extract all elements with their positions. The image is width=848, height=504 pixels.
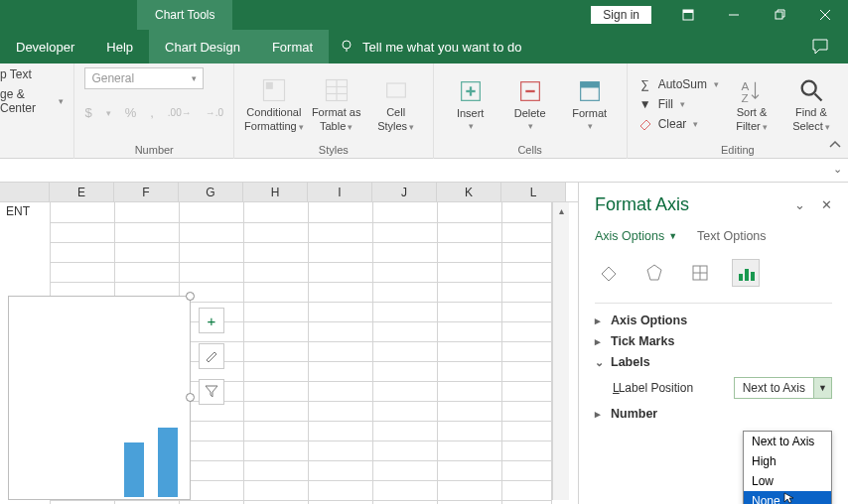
column-header[interactable]: I: [308, 183, 372, 201]
collapse-ribbon-button[interactable]: [828, 136, 842, 154]
plus-icon: +: [208, 313, 216, 329]
column-header[interactable]: G: [179, 183, 243, 201]
comma-format-button[interactable]: ,: [150, 105, 154, 120]
labels-section[interactable]: ⌄Labels: [595, 355, 832, 369]
svg-line-25: [815, 94, 822, 101]
column-header[interactable]: K: [437, 183, 501, 201]
find-select-button[interactable]: Find & Select▾: [784, 76, 838, 132]
chart-filters-button[interactable]: [199, 379, 224, 405]
column-header[interactable]: J: [372, 183, 437, 201]
svg-rect-1: [683, 10, 693, 13]
comments-button[interactable]: [800, 30, 840, 63]
dropdown-item-low[interactable]: Low: [744, 471, 831, 491]
svg-rect-21: [580, 82, 599, 88]
chart-tools-contextual-tab: Chart Tools: [137, 0, 232, 30]
svg-rect-32: [751, 272, 755, 281]
accounting-format-button[interactable]: $: [84, 105, 91, 120]
minimize-button[interactable]: [711, 0, 757, 30]
format-as-table-button[interactable]: Format as Table▾: [310, 76, 363, 132]
tab-chart-design[interactable]: Chart Design: [149, 30, 256, 63]
signin-button[interactable]: Sign in: [591, 6, 651, 24]
column-header[interactable]: F: [114, 183, 179, 201]
filter-icon: [204, 383, 219, 402]
number-group-label: Number: [135, 144, 174, 159]
insert-cells-button[interactable]: Insert▾: [444, 77, 497, 131]
cells-group-label: Cells: [517, 144, 541, 159]
axis-options-icon[interactable]: [732, 259, 760, 287]
svg-rect-14: [386, 83, 405, 97]
decrease-decimal-button[interactable]: →.0: [206, 107, 223, 118]
chevron-down-icon: ▼: [813, 378, 831, 398]
label-position-label: LLabel Position: [613, 381, 693, 395]
clear-button[interactable]: Clear▾: [637, 116, 719, 132]
effects-icon[interactable]: [640, 259, 668, 287]
number-section[interactable]: ▸Number: [595, 407, 832, 421]
format-cells-button[interactable]: Format▾: [563, 77, 617, 131]
svg-rect-30: [739, 274, 743, 281]
text-options-tab[interactable]: Text Options: [697, 229, 766, 243]
tick-marks-section[interactable]: ▸Tick Marks: [595, 334, 832, 348]
label-position-combo[interactable]: Next to Axis ▼: [734, 377, 832, 399]
sigma-icon: ∑: [637, 76, 653, 92]
search-icon: [797, 76, 825, 104]
chart-elements-button[interactable]: +: [199, 308, 224, 333]
delete-cells-button[interactable]: Delete▾: [503, 77, 557, 131]
svg-rect-3: [776, 12, 782, 19]
column-header[interactable]: L: [501, 183, 566, 201]
fill-down-icon: ▼: [637, 96, 653, 112]
brush-icon: [204, 347, 219, 366]
pane-options-button[interactable]: ⌄: [794, 197, 805, 212]
editing-group-label: Editing: [721, 144, 755, 159]
tab-format[interactable]: Format: [256, 30, 329, 63]
cursor-icon: [783, 492, 795, 504]
conditional-formatting-button[interactable]: Conditional Formatting▾: [244, 76, 304, 132]
tell-me-search[interactable]: Tell me what you want to do: [329, 30, 531, 63]
tab-developer[interactable]: Developer: [0, 30, 90, 63]
dropdown-item-high[interactable]: High: [744, 451, 831, 471]
cell-styles-button[interactable]: Cell Styles▾: [369, 76, 423, 132]
select-all-corner[interactable]: [0, 183, 50, 201]
lightbulb-icon: [339, 39, 354, 55]
size-properties-icon[interactable]: [686, 259, 714, 287]
pane-close-button[interactable]: ✕: [821, 197, 832, 212]
dropdown-item-none[interactable]: None: [744, 491, 831, 504]
percent-format-button[interactable]: %: [125, 105, 137, 120]
axis-options-tab[interactable]: Axis Options▼: [595, 229, 677, 243]
svg-rect-31: [745, 269, 749, 281]
dropdown-item-next-to-axis[interactable]: Next to Axis: [744, 432, 831, 451]
format-axis-pane: Format Axis ⌄ ✕ Axis Options▼ Text Optio…: [578, 183, 848, 504]
fill-button[interactable]: ▼Fill▾: [637, 96, 719, 112]
ribbon-display-options-button[interactable]: [665, 0, 711, 30]
increase-decimal-button[interactable]: .00→: [168, 107, 192, 118]
chart-styles-button[interactable]: [199, 343, 224, 369]
svg-point-24: [802, 81, 816, 95]
svg-marker-26: [647, 265, 661, 280]
fill-line-icon[interactable]: [595, 259, 623, 287]
axis-options-section[interactable]: ▸Axis Options: [595, 314, 832, 327]
svg-point-6: [343, 41, 351, 49]
autosum-button[interactable]: ∑AutoSum▾: [637, 76, 719, 92]
embedded-chart[interactable]: [8, 296, 191, 500]
restore-button[interactable]: [757, 0, 802, 30]
close-button[interactable]: [802, 0, 848, 30]
column-header[interactable]: H: [243, 183, 308, 201]
styles-group-label: Styles: [319, 144, 349, 159]
pane-title: Format Axis: [595, 194, 689, 215]
eraser-icon: [637, 116, 653, 132]
cell-content: ENT: [2, 203, 34, 219]
label-position-dropdown: Next to Axis High Low None: [743, 431, 832, 504]
number-format-combo[interactable]: General▾: [84, 67, 204, 89]
tab-help[interactable]: Help: [90, 30, 149, 63]
svg-text:Z: Z: [742, 91, 749, 104]
sort-filter-button[interactable]: AZ Sort & Filter▾: [725, 76, 778, 132]
svg-rect-9: [266, 82, 273, 89]
formula-bar-expand[interactable]: ⌄: [833, 163, 842, 176]
column-header[interactable]: E: [50, 183, 114, 201]
vertical-scrollbar[interactable]: ▴: [552, 202, 569, 500]
